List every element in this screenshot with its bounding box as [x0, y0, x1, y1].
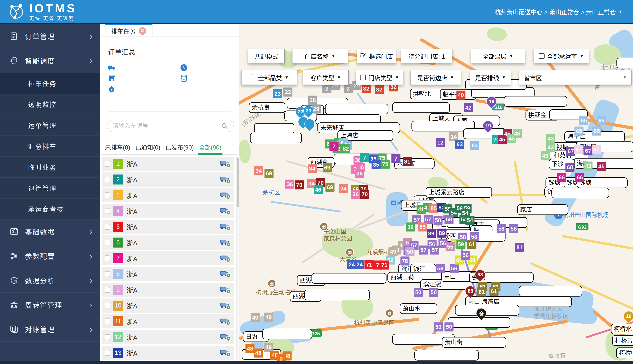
- store-label[interactable]: 萧山水: [400, 303, 437, 314]
- store-marker[interactable]: 24: [339, 184, 348, 193]
- store-label[interactable]: 萧山街: [442, 337, 506, 348]
- dispatch-truck-icon[interactable]: [220, 191, 231, 200]
- store-label[interactable]: [304, 290, 370, 300]
- store-label[interactable]: [455, 305, 519, 316]
- store-marker[interactable]: 36: [351, 190, 360, 199]
- store-marker[interactable]: 2: [344, 84, 353, 93]
- map-pin[interactable]: 10: [621, 309, 633, 324]
- search-icon[interactable]: [221, 122, 228, 130]
- status-tab-全部(90)[interactable]: 全部(90): [199, 139, 221, 154]
- sidebar-item-对账管理[interactable]: 对账管理›: [0, 317, 100, 342]
- store-marker[interactable]: 63: [470, 141, 479, 150]
- store-marker[interactable]: 85: [418, 222, 427, 232]
- store-marker[interactable]: 67: [574, 145, 583, 154]
- store-marker[interactable]: 7: [360, 153, 369, 162]
- store-marker[interactable]: 58: [497, 224, 506, 233]
- store-marker[interactable]: 71: [380, 260, 389, 270]
- store-marker[interactable]: 35: [372, 160, 381, 169]
- plate-search-input[interactable]: [112, 122, 221, 130]
- store-marker[interactable]: 56: [450, 264, 459, 273]
- sidebar-item-订单管理[interactable]: 订单管理›: [0, 24, 100, 48]
- dispatch-truck-icon[interactable]: [220, 270, 231, 278]
- store-marker[interactable]: 68: [565, 162, 574, 172]
- store-marker[interactable]: 55: [446, 242, 455, 251]
- vehicle-row[interactable]: 5 浙A: [102, 220, 234, 234]
- store-label[interactable]: 家店: [517, 204, 568, 215]
- vehicle-row[interactable]: 2 浙A: [102, 172, 234, 186]
- store-marker[interactable]: 81: [515, 243, 524, 252]
- vehicle-row[interactable]: 4 浙A: [102, 204, 234, 218]
- store-label[interactable]: [504, 96, 567, 107]
- tab-paiche-renwu[interactable]: 排车任务 ✕: [105, 24, 153, 37]
- store-marker[interactable]: 28: [308, 96, 317, 105]
- store-marker[interactable]: 65: [574, 127, 583, 136]
- sidebar-item-基础数据[interactable]: 基础数据›: [0, 220, 100, 244]
- store-marker[interactable]: 67: [583, 146, 593, 155]
- store-marker[interactable]: 34: [254, 166, 263, 176]
- sidebar-item-智能调度[interactable]: 智能调度›: [0, 48, 100, 73]
- store-marker[interactable]: 50: [429, 288, 438, 297]
- vehicle-row[interactable]: 13 浙A: [102, 346, 234, 360]
- store-label[interactable]: 柯桥中: [616, 348, 633, 358]
- store-marker[interactable]: 24: [347, 260, 356, 269]
- store-label[interactable]: [325, 104, 388, 114]
- status-tab-未排车(0)[interactable]: 未排车(0): [105, 139, 130, 154]
- store-marker[interactable]: 43: [541, 152, 550, 160]
- store-label[interactable]: [551, 188, 609, 198]
- dispatch-truck-icon[interactable]: [220, 286, 231, 294]
- store-marker[interactable]: 82: [341, 144, 350, 153]
- dispatch-truck-icon[interactable]: [220, 222, 231, 231]
- dispatch-truck-icon[interactable]: [220, 349, 231, 357]
- store-marker[interactable]: 61: [489, 287, 498, 296]
- status-tab-已发布(90)[interactable]: 已发布(90): [165, 139, 194, 154]
- store-marker[interactable]: 50: [414, 288, 423, 297]
- store-marker[interactable]: 46: [314, 185, 323, 194]
- sidebar-subitem-运单管理[interactable]: 运单管理: [0, 115, 100, 136]
- store-label[interactable]: [250, 132, 302, 143]
- store-marker[interactable]: 69: [326, 183, 335, 192]
- vehicle-checkbox[interactable]: [105, 208, 110, 214]
- store-marker[interactable]: 40: [456, 90, 465, 100]
- store-marker[interactable]: 43: [583, 162, 593, 171]
- store-marker[interactable]: 63: [455, 140, 464, 149]
- sidebar-subitem-承运商考核[interactable]: 承运商考核: [0, 198, 100, 220]
- filter-是否街边店[interactable]: 是否街边店▼: [410, 70, 461, 85]
- filter-客户类型[interactable]: 客户类型▼: [303, 70, 349, 85]
- filter-全部承运商[interactable]: 全部承运商▼: [534, 48, 589, 63]
- store-marker[interactable]: 66: [557, 173, 566, 182]
- store-marker[interactable]: 65: [579, 116, 588, 125]
- scrollbar-thumb[interactable]: [237, 158, 239, 207]
- store-label[interactable]: [448, 317, 510, 328]
- store-marker[interactable]: 43: [513, 129, 522, 138]
- store-label[interactable]: [392, 102, 450, 113]
- store-marker[interactable]: 36: [285, 180, 294, 189]
- sidebar-subitem-汇总排车[interactable]: 汇总排车: [0, 136, 100, 157]
- sidebar-item-参数配置[interactable]: 参数配置›: [0, 244, 100, 268]
- vehicle-checkbox[interactable]: [105, 240, 110, 246]
- store-marker[interactable]: 2: [322, 84, 331, 93]
- vehicle-row[interactable]: 11 浙A: [102, 314, 234, 328]
- store-marker[interactable]: 81: [403, 157, 412, 166]
- store-marker[interactable]: 54: [465, 216, 474, 225]
- filter-是否排线[interactable]: 是否排线▼: [470, 70, 511, 85]
- filter-省市区[interactable]: 省市区▼: [519, 70, 632, 85]
- vehicle-checkbox[interactable]: [105, 318, 110, 324]
- store-marker[interactable]: 59: [456, 240, 465, 249]
- store-marker[interactable]: 50: [405, 247, 415, 256]
- vehicle-row[interactable]: 12 浙A: [102, 330, 234, 344]
- sidebar-subitem-透明监控[interactable]: 透明监控: [0, 94, 100, 115]
- vehicle-row[interactable]: 6 浙A: [102, 236, 234, 250]
- store-marker[interactable]: 67: [592, 145, 601, 154]
- store-marker[interactable]: 61: [467, 240, 476, 249]
- store-marker[interactable]: 43: [546, 134, 555, 143]
- sidebar-item-周转筐管理[interactable]: 周转筐管理›: [0, 293, 100, 317]
- store-marker[interactable]: 34: [308, 164, 317, 173]
- store-marker[interactable]: 57: [419, 246, 428, 255]
- vehicle-row[interactable]: 9 浙A: [102, 283, 234, 297]
- store-marker[interactable]: 67: [566, 147, 575, 156]
- vehicle-checkbox[interactable]: [105, 303, 110, 308]
- vehicle-checkbox[interactable]: [105, 271, 110, 277]
- vehicle-row[interactable]: 7 浙A: [102, 251, 234, 266]
- dispatch-truck-icon[interactable]: [220, 160, 231, 168]
- status-tab-已通知(0)[interactable]: 已通知(0): [135, 139, 160, 154]
